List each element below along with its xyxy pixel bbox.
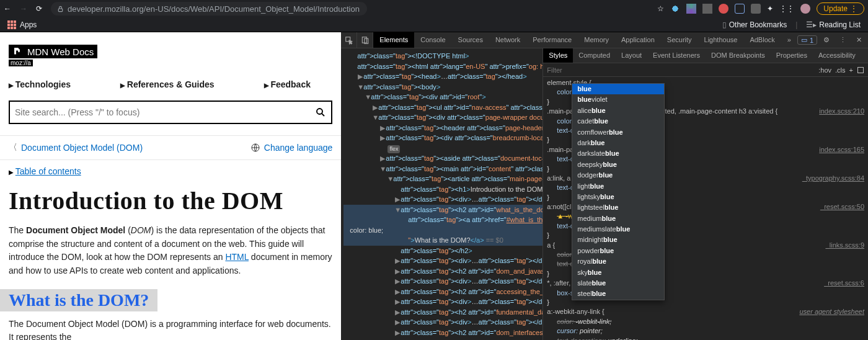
devtools-tab-lighthouse[interactable]: Lighthouse [698,32,744,48]
back-button[interactable]: ← [4,4,11,13]
autocomplete-option[interactable]: skyblue [572,267,664,278]
dom-line[interactable]: ▶attr">class="tag"><h2 attr">id="dom_int… [343,328,542,338]
dom-line[interactable]: ▼attr">class="tag"><body> [343,82,542,92]
dom-line[interactable]: ▶attr">class="tag"><h2 attr">id="accessi… [343,287,542,297]
styles-tab-accessibility[interactable]: Accessibility [813,48,861,63]
reading-list[interactable]: ☰▸Reading List [806,20,861,29]
dom-line[interactable]: ▶attr">class="tag"><div>…attr">class="ta… [343,317,542,328]
html-link[interactable]: HTML [225,252,249,262]
devtools-tab-performance[interactable]: Performance [526,32,578,48]
autocomplete-option[interactable]: aliceblue [572,105,664,116]
toc-toggle[interactable]: Table of contents [0,160,341,182]
forward-button[interactable]: → [20,4,27,13]
mdn-logo[interactable]: MDN Web Docs moz://a [9,45,97,67]
reload-button[interactable]: ⟳ [36,4,42,13]
styles-tab-event-listeners[interactable]: Event Listeners [647,48,706,63]
devtools-tab-application[interactable]: Application [615,32,661,48]
dom-line[interactable]: attr">class="tag"><!DOCTYPE html> [343,51,542,61]
autocomplete-option[interactable]: cornflowerblue [572,127,664,138]
profile-avatar[interactable] [800,4,810,14]
autocomplete-option[interactable]: blue [572,84,664,94]
omnibox[interactable]: developer.mozilla.org/en-US/docs/Web/API… [51,2,367,16]
devtools-tab-memory[interactable]: Memory [578,32,615,48]
ext-icon-5[interactable] [735,4,745,14]
dom-line[interactable]: ▼attr">class="tag"><div attr">class="pag… [343,112,542,123]
autocomplete-option[interactable]: mediumslateblue [572,224,664,235]
hov-toggle[interactable]: :hov [818,66,831,74]
devtools-tab-console[interactable]: Console [414,32,451,48]
device-toggle-icon[interactable] [357,32,373,48]
dom-line[interactable]: ▶attr">class="tag"><h2 attr">id="dom_and… [343,266,542,277]
dom-line[interactable]: ▶attr">class="tag"><div>…attr">class="ta… [343,297,542,307]
autocomplete-option[interactable]: dodgerblue [572,170,664,181]
ext-icon-6[interactable] [751,4,761,14]
autocomplete-option[interactable]: lightsteelblue [572,202,664,213]
autocomplete-option[interactable]: cadetblue [572,116,664,127]
menu-list-icon[interactable]: ⋮⋮ [779,4,794,13]
autocomplete-option[interactable]: lightskyblue [572,192,664,202]
styles-tab-properties[interactable]: Properties [771,48,813,63]
toggle-layout-icon[interactable] [857,66,864,74]
styles-tab-dom-breakpoints[interactable]: DOM Breakpoints [706,48,771,63]
cls-toggle[interactable]: .cls [835,66,846,74]
dom-line[interactable]: attr">class="tag"><a attr">href="#what_i… [343,215,542,225]
tabs-overflow[interactable]: » [781,32,797,48]
dom-line[interactable]: ▶attr">class="tag"><div attr">class="bre… [343,133,542,143]
settings-icon[interactable]: ⚙ [820,36,833,44]
dom-line[interactable]: ▼attr">class="tag"><main attr">id="conte… [343,164,542,174]
nav-feedback[interactable]: Feedback [264,79,311,89]
apps-shortcut[interactable]: Apps [7,20,37,29]
section-what-is-dom[interactable]: What is the DOM? [0,289,157,311]
autocomplete-option[interactable]: steelblue [572,289,664,299]
close-icon[interactable]: ✕ [852,36,866,44]
devtools-tab-adblock[interactable]: AdBlock [743,32,781,48]
autocomplete-option[interactable]: darkblue [572,138,664,148]
devtools-tab-network[interactable]: Network [489,32,526,48]
dom-line[interactable]: ▶attr">class="tag"><div>…attr">class="ta… [343,194,542,205]
dom-line[interactable]: attr">class="tag"><h1>Introduction to th… [343,184,542,195]
css-rules[interactable]: bluebluevioletalicebluecadetbluecornflow… [543,77,868,340]
styles-tab-styles[interactable]: Styles [543,48,573,63]
autocomplete-option[interactable]: midnightblue [572,235,664,245]
devtools-tab-elements[interactable]: Elements [373,32,414,48]
autocomplete-option[interactable]: deepskyblue [572,159,664,170]
update-button[interactable]: Update⋮ [817,2,864,15]
dom-line[interactable]: ▶attr">class="tag"><head>…attr">class="t… [343,71,542,82]
dom-line[interactable]: ▶attr">class="tag"><h2 attr">id="fundame… [343,307,542,318]
color-autocomplete[interactable]: bluebluevioletalicebluecadetbluecornflow… [572,83,665,300]
autocomplete-option[interactable]: mediumblue [572,213,664,224]
dom-line[interactable]: ▶attr">class="tag"><div>…attr">class="ta… [343,338,542,340]
dom-line[interactable]: attr">class="tag"><html attr">lang="en-U… [343,61,542,72]
dom-line[interactable]: ▶attr">class="tag"><aside attr">class="d… [343,153,542,164]
dom-line[interactable]: ▼attr">class="tag"><div attr">id="root"> [343,92,542,102]
search-input[interactable] [15,107,315,117]
kebab-icon[interactable]: ⋮ [836,36,849,44]
autocomplete-option[interactable]: slateblue [572,278,664,289]
ext-icon-1[interactable] [670,4,680,14]
dom-line[interactable]: flex [343,143,542,154]
change-language[interactable]: Change language [250,143,333,153]
issues-badge[interactable]: ▭1 [797,35,817,45]
devtools-tab-sources[interactable]: Sources [452,32,489,48]
dom-line[interactable]: ▶attr">class="tag"><div>…attr">class="ta… [343,256,542,266]
nav-references[interactable]: References & Guides [120,79,215,89]
dom-line[interactable]: ▼attr">class="tag"><article attr">class=… [343,174,542,184]
dom-line[interactable]: ▼attr">class="tag"><h2 attr">id="what_is… [343,205,542,215]
dom-line[interactable]: ▶attr">class="tag"><header attr">class="… [343,123,542,133]
dom-line[interactable]: ">What is the DOM?</a> == $0 [343,235,542,246]
styles-tab-layout[interactable]: Layout [616,48,647,63]
add-rule-icon[interactable]: + [849,66,853,74]
ext-icon-4[interactable] [719,4,728,14]
dom-line[interactable]: ▶attr">class="tag"><div>…attr">class="ta… [343,276,542,287]
autocomplete-option[interactable]: royalblue [572,256,664,267]
bookmark-star-icon[interactable]: ☆ [657,4,664,13]
devtools-tab-security[interactable]: Security [661,32,698,48]
css-rule[interactable]: user agent stylesheeta:-webkit-any-link … [547,307,864,340]
nav-technologies[interactable]: Technologies [9,79,71,89]
autocomplete-option[interactable]: powderblue [572,246,664,256]
ext-icon-2[interactable] [686,4,696,14]
dom-line[interactable]: attr">class="tag"></h2> [343,246,542,256]
styles-tab-computed[interactable]: Computed [573,48,616,63]
ext-icon-3[interactable] [702,4,712,14]
other-bookmarks[interactable]: ▯Other Bookmarks [722,20,787,29]
